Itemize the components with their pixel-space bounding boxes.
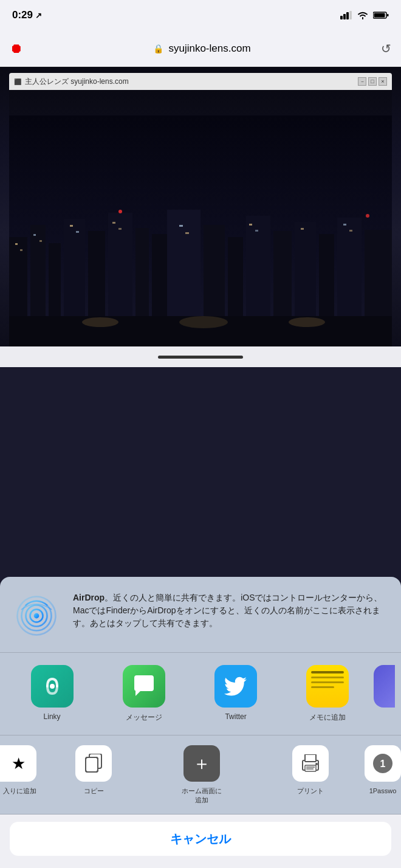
svg-point-53 — [50, 684, 55, 689]
action-item-add-home[interactable]: ＋ ホーム画面に追加 — [148, 745, 256, 804]
restore-btn: □ — [368, 77, 377, 86]
app-item-notes[interactable]: メモに追加 — [282, 665, 374, 723]
copy-icon — [75, 745, 112, 782]
svg-point-52 — [34, 613, 39, 619]
location-icon: ↗ — [35, 11, 42, 20]
window-chrome: ⬛ 主人公レンズ syujinko-lens.com － □ × — [9, 73, 392, 90]
share-sheet: AirDrop。近くの人と簡単に共有できます。iOSではコントロールセンターから… — [0, 577, 401, 868]
svg-rect-6 — [374, 13, 385, 18]
action-row: ★ 入りに追加 コピー ＋ ホーム画面に追加 — [0, 735, 401, 815]
app-item-partial — [374, 665, 395, 723]
status-time: 0:29 ↗ — [12, 9, 42, 21]
svg-point-45 — [82, 317, 118, 327]
signal-icon — [340, 11, 352, 19]
svg-rect-58 — [305, 754, 316, 762]
city-lights — [9, 90, 392, 346]
app-item-linky[interactable]: Linky — [6, 665, 98, 723]
airdrop-body: 。近くの人と簡単に共有できます。iOSではコントロールセンターから、MacではF… — [73, 593, 382, 628]
svg-rect-32 — [76, 231, 79, 233]
svg-rect-3 — [349, 11, 352, 19]
favorites-icon: ★ — [0, 745, 36, 782]
home-bar — [158, 356, 243, 359]
copy-label: コピー — [84, 787, 104, 795]
status-icons — [340, 11, 389, 19]
airdrop-icon-container — [12, 591, 61, 640]
address-center[interactable]: 🔒 syujinko-lens.com — [23, 43, 381, 55]
svg-rect-34 — [118, 228, 122, 230]
minimize-btn: － — [358, 77, 366, 86]
favorites-label: 入りに追加 — [3, 787, 36, 795]
partial-app-icon — [374, 665, 395, 708]
twitter-label: Twitter — [225, 712, 246, 721]
onepassword-label: 1Passwo — [369, 787, 397, 795]
svg-text:1: 1 — [380, 759, 386, 769]
svg-rect-31 — [70, 225, 73, 227]
svg-rect-33 — [112, 222, 115, 224]
svg-rect-36 — [185, 232, 189, 234]
airdrop-section: AirDrop。近くの人と簡単に共有できます。iOSではコントロールセンターから… — [0, 577, 401, 653]
svg-rect-28 — [20, 249, 22, 251]
svg-rect-5 — [387, 14, 389, 16]
app-item-messages[interactable]: メッセージ — [98, 665, 190, 723]
add-home-icon: ＋ — [183, 745, 220, 782]
time-display: 0:29 — [12, 9, 33, 21]
city-svg — [9, 115, 392, 346]
airdrop-icon — [15, 594, 58, 637]
home-indicator — [0, 346, 401, 367]
battery-icon — [373, 11, 389, 19]
svg-point-43 — [366, 214, 369, 218]
status-bar: 0:29 ↗ — [0, 0, 401, 30]
cancel-section: キャンセル — [0, 815, 401, 868]
svg-rect-37 — [249, 224, 252, 226]
svg-rect-35 — [179, 225, 183, 227]
close-btn: × — [379, 77, 387, 86]
svg-point-47 — [289, 317, 325, 327]
messages-label: メッセージ — [126, 712, 162, 723]
wifi-icon — [357, 11, 368, 19]
svg-rect-55 — [86, 757, 98, 772]
window-chrome-buttons: － □ × — [358, 77, 387, 86]
notes-icon — [306, 665, 349, 708]
svg-rect-0 — [340, 16, 343, 19]
record-icon: ⏺ — [10, 41, 23, 57]
nightscape: ⬛ 主人公レンズ syujinko-lens.com － □ × — [0, 67, 401, 346]
print-icon — [292, 745, 329, 782]
window-favicon: ⬛ — [14, 78, 21, 85]
svg-rect-27 — [15, 243, 18, 245]
twitter-icon — [214, 665, 257, 708]
svg-rect-29 — [33, 234, 36, 236]
app-item-twitter[interactable]: Twitter — [190, 665, 282, 723]
action-item-1password[interactable]: 1 1Passwo — [365, 745, 401, 795]
action-item-print[interactable]: プリント — [256, 745, 365, 795]
svg-rect-38 — [255, 230, 258, 232]
notes-label: メモに追加 — [309, 712, 346, 723]
reload-icon[interactable]: ↺ — [381, 41, 391, 56]
linky-icon — [31, 665, 74, 708]
url-display: syujinko-lens.com — [168, 43, 250, 55]
airdrop-heading: AirDrop — [73, 593, 105, 602]
svg-rect-40 — [343, 224, 346, 226]
svg-rect-1 — [343, 14, 346, 19]
svg-rect-30 — [39, 240, 42, 242]
address-bar-left: ⏺ — [10, 41, 23, 57]
svg-rect-59 — [305, 765, 316, 771]
browser-content: ⬛ 主人公レンズ syujinko-lens.com － □ × — [0, 67, 401, 346]
onepassword-icon: 1 — [365, 745, 401, 782]
svg-point-42 — [118, 210, 122, 213]
action-item-favorites[interactable]: ★ 入りに追加 — [0, 745, 39, 795]
airdrop-description: AirDrop。近くの人と簡単に共有できます。iOSではコントロールセンターから… — [73, 591, 389, 630]
cancel-button[interactable]: キャンセル — [10, 822, 391, 856]
address-bar: ⏺ 🔒 syujinko-lens.com ↺ — [0, 30, 401, 67]
messages-icon — [123, 665, 165, 708]
print-label: プリント — [297, 787, 324, 795]
add-home-label: ホーム画面に追加 — [180, 787, 223, 804]
linky-label: Linky — [44, 712, 61, 721]
svg-rect-41 — [349, 230, 352, 232]
window-title: 主人公レンズ syujinko-lens.com — [25, 77, 354, 87]
lock-icon: 🔒 — [153, 44, 163, 53]
svg-rect-2 — [346, 12, 349, 19]
svg-point-46 — [179, 316, 228, 328]
action-item-copy[interactable]: コピー — [39, 745, 148, 795]
svg-point-60 — [315, 763, 318, 765]
app-row: Linky メッセージ Twitter — [0, 653, 401, 735]
